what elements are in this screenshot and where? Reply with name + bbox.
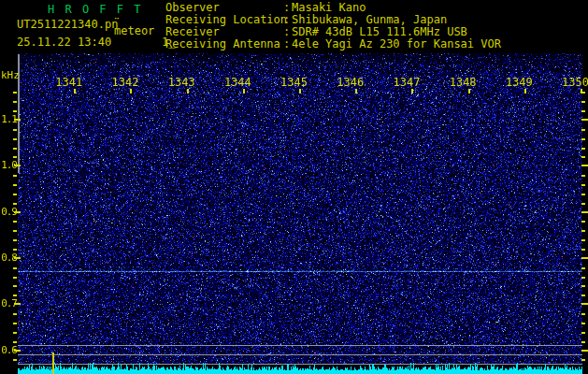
- freq-major-tick-left: [14, 165, 21, 166]
- freq-minor-tick-right: [581, 101, 585, 103]
- time-tick-label: 1346: [330, 76, 364, 89]
- freq-minor-tick-left: [13, 92, 17, 94]
- freq-minor-tick-left: [13, 249, 17, 251]
- freq-minor-tick-left: [13, 341, 17, 343]
- time-tick-mark: [299, 89, 301, 94]
- time-tick-label: 1344: [218, 76, 251, 89]
- app-title: H R O F F T: [48, 3, 142, 16]
- freq-minor-tick-left: [13, 221, 17, 223]
- freq-minor-tick-right: [581, 285, 585, 287]
- header-info-row: Receiving Antenna:4ele Yagi Az 230 for K…: [165, 38, 501, 50]
- time-tick-mark: [187, 89, 189, 94]
- freq-major-tick-left: [14, 211, 21, 213]
- counter-text: 1_: [162, 36, 175, 49]
- time-tick-mark: [411, 89, 413, 94]
- time-tick-label: 1350: [555, 76, 588, 89]
- freq-major-tick-left: [14, 303, 21, 305]
- time-tick-mark: [243, 89, 245, 94]
- freq-minor-tick-right: [581, 341, 585, 343]
- freq-minor-tick-left: [13, 332, 17, 334]
- freq-minor-tick-right: [581, 332, 585, 334]
- time-tick-label: 1345: [274, 76, 308, 89]
- freq-minor-tick-right: [581, 184, 585, 186]
- freq-minor-tick-right: [581, 277, 585, 279]
- freq-minor-tick-left: [13, 184, 17, 186]
- time-tick-mark: [524, 89, 526, 94]
- freq-minor-tick-left: [13, 359, 17, 361]
- freq-minor-tick-right: [581, 175, 585, 177]
- freq-major-tick-left: [14, 119, 21, 121]
- freq-minor-tick-right: [581, 323, 585, 324]
- freq-major-tick-left: [14, 257, 21, 259]
- freq-major-tick-left: [14, 350, 21, 352]
- time-tick-mark: [355, 89, 357, 94]
- freq-minor-tick-right: [581, 148, 585, 150]
- time-tick-mark: [130, 89, 132, 94]
- freq-minor-tick-left: [13, 110, 17, 112]
- hrofft-screen: H R O F F T Observer:Masaki KanoReceivin…: [0, 0, 588, 374]
- freq-minor-tick-left: [13, 175, 17, 177]
- time-tick-label: 1347: [386, 76, 420, 89]
- freq-minor-tick-right: [581, 239, 585, 241]
- info-label: Receiving Antenna: [165, 38, 283, 50]
- time-tick-label: 1349: [499, 76, 533, 89]
- freq-minor-tick-right: [581, 92, 585, 94]
- freq-minor-tick-left: [13, 101, 17, 103]
- freq-minor-tick-right: [581, 221, 585, 223]
- time-tick-mark: [74, 89, 76, 94]
- freq-minor-tick-right: [581, 359, 585, 361]
- freq-minor-tick-right: [581, 267, 585, 269]
- freq-minor-tick-left: [13, 129, 17, 131]
- freq-minor-tick-right: [581, 203, 585, 205]
- freq-minor-tick-left: [13, 267, 17, 269]
- freq-major-tick-right: [581, 211, 588, 213]
- freq-minor-tick-left: [13, 148, 17, 150]
- freq-minor-tick-right: [581, 295, 585, 296]
- frequency-axis-unit-label: kHz: [1, 69, 20, 81]
- freq-minor-tick-left: [13, 194, 17, 195]
- freq-minor-tick-left: [13, 156, 17, 158]
- freq-major-tick-right: [581, 119, 588, 121]
- datetime-text: 25.11.22 13:40: [17, 36, 111, 49]
- time-tick-mark: [468, 89, 470, 94]
- time-tick-label: 1342: [105, 76, 138, 89]
- freq-minor-tick-right: [581, 138, 585, 140]
- freq-minor-tick-right: [581, 194, 585, 195]
- info-separator: :: [283, 38, 292, 50]
- time-tick-label: 1341: [49, 76, 82, 89]
- info-value: 4ele Yagi Az 230 for Kansai VOR: [292, 38, 501, 50]
- mode-label: meteor: [114, 24, 154, 37]
- freq-minor-tick-right: [581, 129, 585, 131]
- freq-major-tick-right: [581, 303, 588, 305]
- freq-minor-tick-left: [13, 203, 17, 205]
- freq-minor-tick-right: [581, 313, 585, 315]
- freq-minor-tick-right: [581, 110, 585, 112]
- freq-minor-tick-right: [581, 230, 585, 232]
- freq-minor-tick-left: [13, 285, 17, 287]
- freq-minor-tick-left: [13, 138, 17, 140]
- freq-major-tick-right: [581, 257, 588, 259]
- freq-minor-tick-left: [13, 313, 17, 315]
- header-info-block: Observer:Masaki KanoReceiving Location:S…: [165, 2, 501, 50]
- freq-minor-tick-left: [13, 295, 17, 296]
- freq-minor-tick-left: [13, 277, 17, 279]
- freq-minor-tick-left: [13, 230, 17, 232]
- time-tick-label: 1343: [162, 76, 195, 89]
- freq-minor-tick-left: [13, 323, 17, 324]
- freq-minor-tick-left: [13, 239, 17, 241]
- freq-major-tick-right: [581, 165, 588, 166]
- time-tick-label: 1348: [443, 76, 477, 89]
- freq-minor-tick-right: [581, 156, 585, 158]
- freq-minor-tick-right: [581, 249, 585, 251]
- filename-text: UT2511221340.pn: [17, 18, 118, 31]
- freq-major-tick-right: [581, 350, 588, 352]
- spectrogram-canvas: [18, 53, 582, 374]
